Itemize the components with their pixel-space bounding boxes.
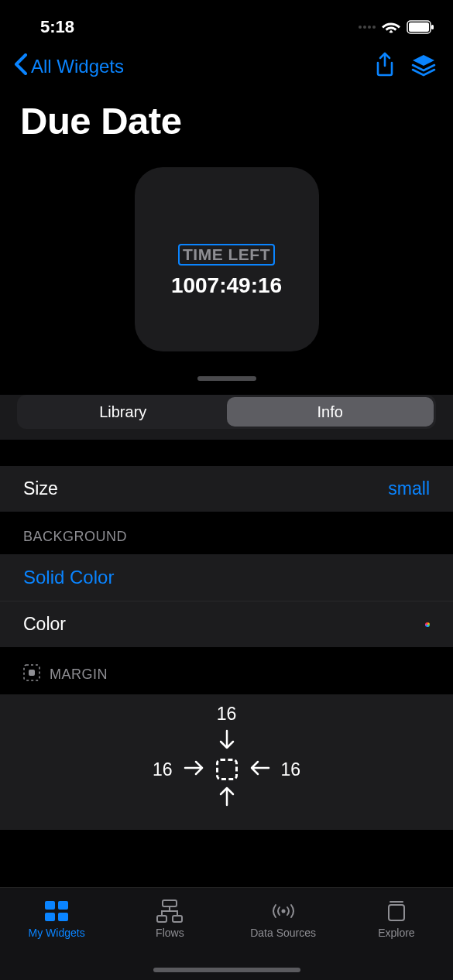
arrow-up-icon: [218, 785, 236, 810]
svg-rect-13: [389, 905, 404, 920]
panel-grabber[interactable]: [0, 367, 453, 384]
color-row[interactable]: Color: [0, 601, 453, 647]
nav-bar: All Widgets: [0, 43, 453, 90]
arrow-right-icon: [184, 759, 205, 780]
home-indicator[interactable]: [153, 968, 300, 972]
margin-icon: [23, 664, 40, 685]
size-row[interactable]: Size small: [0, 466, 453, 512]
tab-explore[interactable]: Explore: [350, 899, 443, 980]
margin-right-value[interactable]: 16: [281, 759, 301, 780]
widget-label[interactable]: TIME LEFT: [178, 244, 275, 266]
tab-label: Data Sources: [250, 927, 316, 939]
margin-center-box-icon: [216, 759, 238, 780]
segmented-control: Library Info: [17, 395, 436, 429]
svg-rect-6: [58, 901, 68, 910]
solid-color-label: Solid Color: [23, 567, 114, 588]
svg-rect-7: [45, 913, 55, 921]
svg-rect-2: [431, 25, 434, 29]
svg-rect-10: [157, 916, 166, 922]
back-label: All Widgets: [31, 56, 124, 77]
svg-rect-11: [173, 916, 182, 922]
widget-preview[interactable]: TIME LEFT 1007:49:16: [135, 167, 319, 351]
widget-preview-area: TIME LEFT 1007:49:16: [0, 142, 453, 367]
color-label: Color: [23, 614, 66, 635]
background-header: BACKGROUND: [0, 512, 453, 554]
tab-bar: My Widgets Flows Data Sources Explore: [0, 887, 453, 980]
tab-my-widgets[interactable]: My Widgets: [10, 899, 103, 980]
settings-panel: Library Info Size small BACKGROUND Solid…: [0, 395, 453, 830]
size-value: small: [388, 478, 430, 499]
margin-control[interactable]: 16 16 16: [0, 694, 453, 830]
widget-countdown: 1007:49:16: [171, 273, 282, 298]
svg-rect-8: [58, 913, 68, 921]
margin-left-value[interactable]: 16: [153, 759, 173, 780]
tab-label: My Widgets: [29, 927, 85, 939]
tab-info[interactable]: Info: [227, 397, 434, 427]
tab-label: Flows: [156, 927, 184, 939]
back-button[interactable]: All Widgets: [14, 53, 124, 80]
color-swatch[interactable]: [425, 622, 430, 627]
svg-rect-1: [409, 22, 429, 32]
margin-header: MARGIN: [0, 647, 453, 694]
status-right: [359, 20, 434, 34]
page-title: Due Date: [0, 90, 453, 142]
arrow-down-icon: [218, 729, 236, 754]
chevron-left-icon: [14, 53, 28, 80]
layers-button[interactable]: [411, 53, 436, 80]
size-label: Size: [23, 478, 58, 499]
margin-header-label: MARGIN: [50, 666, 108, 683]
status-bar: 5:18: [0, 0, 453, 43]
svg-rect-4: [29, 670, 35, 676]
wifi-icon: [382, 20, 400, 34]
margin-top-value[interactable]: 16: [217, 704, 237, 725]
clock-label: 5:18: [40, 17, 74, 37]
spacer: [0, 440, 453, 466]
svg-rect-5: [45, 901, 55, 910]
arrow-left-icon: [249, 759, 270, 780]
tab-library[interactable]: Library: [19, 397, 227, 427]
svg-point-12: [281, 910, 285, 913]
battery-icon: [407, 20, 434, 34]
share-button[interactable]: [374, 52, 396, 81]
tab-label: Explore: [378, 927, 414, 939]
cellular-dots-icon: [359, 26, 376, 29]
background-mode-row[interactable]: Solid Color: [0, 554, 453, 601]
svg-rect-9: [163, 900, 177, 906]
